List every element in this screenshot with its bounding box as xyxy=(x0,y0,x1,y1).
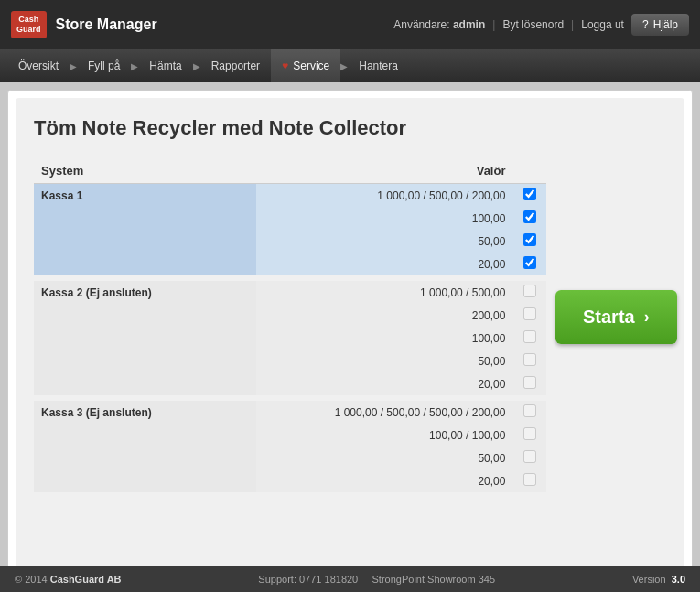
header: Cash Guard Store Manager Användare: admi… xyxy=(0,0,700,49)
table-row: Kassa 11 000,00 / 500,00 / 200,00 xyxy=(34,184,546,208)
value-cell: 50,00 xyxy=(256,447,512,469)
logo-line2: Guard xyxy=(16,25,41,35)
page-title: Töm Note Recycler med Note Collector xyxy=(34,116,666,140)
start-button[interactable]: Starta › xyxy=(555,290,677,344)
nav-item-hantera[interactable]: Hantera xyxy=(348,49,409,82)
logo: Cash Guard xyxy=(11,11,47,38)
nav-label-fyll-pa: Fyll på xyxy=(88,59,120,72)
username: admin xyxy=(453,18,485,31)
value-cell: 50,00 xyxy=(256,230,512,253)
main-content: Töm Note Recycler med Note Collector Sys… xyxy=(16,98,684,592)
copyright: © 2014 CashGuard AB xyxy=(15,574,122,585)
table-row: Kassa 3 (Ej ansluten)1 000,00 / 500,00 /… xyxy=(34,401,546,424)
row-checkbox xyxy=(523,404,536,417)
question-icon: ? xyxy=(642,18,649,31)
value-cell: 1 000,00 / 500,00 xyxy=(256,281,512,304)
kassa-label-cell: Kassa 1 xyxy=(34,184,256,276)
row-checkbox xyxy=(523,473,536,486)
help-button[interactable]: ? Hjälp xyxy=(631,14,689,36)
nav-arrow: ▶ xyxy=(70,61,77,71)
row-checkbox xyxy=(523,307,536,320)
row-checkbox xyxy=(523,427,536,440)
nav-label-hantera: Hantera xyxy=(359,59,398,72)
start-button-wrapper: Starta › xyxy=(555,290,677,344)
chevron-right-icon: › xyxy=(644,307,650,327)
checkbox-cell xyxy=(512,469,546,492)
checkbox-cell xyxy=(512,447,546,469)
col-system: System xyxy=(34,158,256,184)
row-checkbox xyxy=(523,450,536,463)
checkbox-cell[interactable] xyxy=(512,184,546,208)
kassa-table: System Valör Kassa 11 000,00 / 500,00 / … xyxy=(34,158,546,492)
value-cell: 20,00 xyxy=(256,469,512,492)
nav-label-service: Service xyxy=(293,59,329,72)
heart-icon: ♥ xyxy=(282,59,288,72)
row-checkbox[interactable] xyxy=(523,210,536,223)
value-cell: 50,00 xyxy=(256,350,512,372)
nav-item-fyll-pa[interactable]: Fyll på xyxy=(77,49,131,82)
kassa-label-cell: Kassa 3 (Ej ansluten) xyxy=(34,401,256,492)
app-title: Store Manager xyxy=(56,16,157,33)
col-value: Valör xyxy=(256,158,512,184)
nav-item-rapporter[interactable]: Rapporter xyxy=(200,49,271,82)
value-cell: 200,00 xyxy=(256,304,512,327)
kassa-label-cell: Kassa 2 (Ej ansluten) xyxy=(34,281,256,395)
user-label: Användare: admin xyxy=(393,18,485,31)
value-cell: 100,00 xyxy=(256,207,512,230)
value-cell: 1 000,00 / 500,00 / 500,00 / 200,00 xyxy=(256,401,512,424)
value-cell: 100,00 xyxy=(256,327,512,350)
row-checkbox xyxy=(523,376,536,389)
row-checkbox[interactable] xyxy=(523,256,536,269)
checkbox-cell[interactable] xyxy=(512,207,546,230)
row-checkbox xyxy=(523,330,536,343)
header-left: Cash Guard Store Manager xyxy=(11,11,157,38)
nav-arrow: ▶ xyxy=(193,61,200,71)
nav-label-hamta: Hämta xyxy=(149,59,181,72)
company-name: CashGuard AB xyxy=(50,574,122,585)
nav-label-rapporter: Rapporter xyxy=(211,59,260,72)
row-checkbox[interactable] xyxy=(523,188,536,200)
value-cell: 100,00 / 100,00 xyxy=(256,424,512,447)
nav-item-service[interactable]: ♥ Service xyxy=(271,49,340,82)
checkbox-cell xyxy=(512,304,546,327)
nav-item-hamta[interactable]: Hämta xyxy=(138,49,192,82)
start-label: Starta xyxy=(583,307,635,328)
row-checkbox xyxy=(523,353,536,366)
value-cell: 20,00 xyxy=(256,253,512,275)
nav-arrow: ▶ xyxy=(340,61,348,71)
nav-item-oversikt[interactable]: Översikt xyxy=(7,49,70,82)
checkbox-cell xyxy=(512,327,546,350)
checkbox-cell xyxy=(512,372,546,395)
value-cell: 20,00 xyxy=(256,372,512,395)
checkbox-cell xyxy=(512,424,546,447)
logo-line1: Cash xyxy=(16,15,41,25)
logout-link[interactable]: Logga ut xyxy=(581,18,624,31)
nav-arrow: ▶ xyxy=(131,61,138,71)
checkbox-cell[interactable] xyxy=(512,253,546,275)
checkbox-cell xyxy=(512,401,546,424)
header-right: Användare: admin | Byt lösenord | Logga … xyxy=(393,14,689,36)
row-checkbox xyxy=(523,285,536,297)
checkbox-cell xyxy=(512,350,546,372)
value-cell: 1 000,00 / 500,00 / 200,00 xyxy=(256,184,512,208)
col-checkbox xyxy=(512,158,546,184)
footer: © 2014 CashGuard AB Support: 0771 181820… xyxy=(0,566,700,592)
main-wrapper: Töm Note Recycler med Note Collector Sys… xyxy=(7,90,693,592)
checkbox-cell xyxy=(512,281,546,304)
version-info: Version 3.0 xyxy=(632,574,685,585)
checkbox-cell[interactable] xyxy=(512,230,546,253)
table-row: Kassa 2 (Ej ansluten)1 000,00 / 500,00 xyxy=(34,281,546,304)
row-checkbox[interactable] xyxy=(523,233,536,246)
navigation: Översikt ▶ Fyll på ▶ Hämta ▶ Rapporter ♥… xyxy=(0,49,700,82)
support-info: Support: 0771 181820 StrongPoint Showroo… xyxy=(258,574,495,585)
version-number: 3.0 xyxy=(672,574,685,585)
change-password-link[interactable]: Byt lösenord xyxy=(502,18,564,31)
nav-label-oversikt: Översikt xyxy=(18,59,59,72)
